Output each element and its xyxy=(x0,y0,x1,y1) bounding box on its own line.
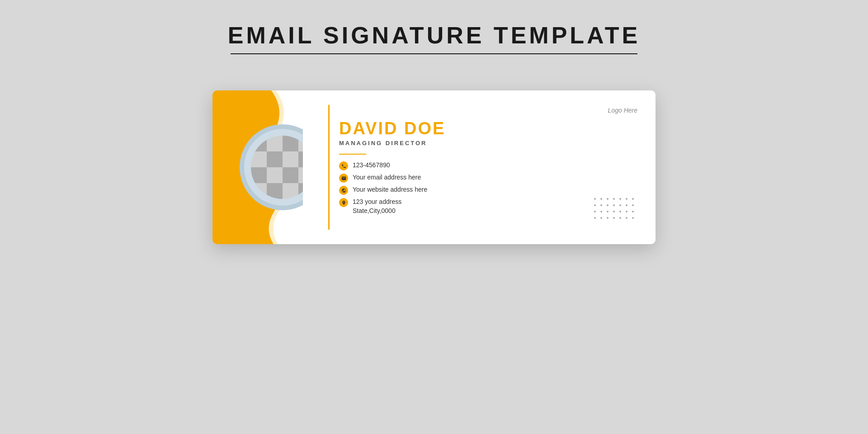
address-text: 123 your address State,City,0000 xyxy=(353,198,401,215)
avatar-outer-ring xyxy=(240,124,303,210)
card-wrapper: Logo Here DAVID DOE MANAGING DIRECTOR 12… xyxy=(212,90,656,244)
left-blob xyxy=(212,90,303,244)
avatar-inner-ring xyxy=(244,129,303,206)
contact-website: Your website address here xyxy=(339,185,639,195)
vertical-divider xyxy=(328,105,330,230)
globe-icon xyxy=(339,186,348,195)
title-area: EMAIL SIGNATURE TEMPLATE xyxy=(0,22,868,54)
phone-icon xyxy=(339,161,348,170)
email-text: Your email address here xyxy=(353,173,421,182)
logo-placeholder: Logo Here xyxy=(608,107,637,114)
name-underline xyxy=(339,154,366,155)
person-title: MANAGING DIRECTOR xyxy=(339,140,639,146)
signature-card: Logo Here DAVID DOE MANAGING DIRECTOR 12… xyxy=(212,90,656,244)
contact-email: Your email address here xyxy=(339,173,639,183)
email-icon xyxy=(339,174,348,183)
website-text: Your website address here xyxy=(353,185,427,194)
location-icon xyxy=(339,198,348,207)
avatar-area xyxy=(240,124,303,210)
person-name: DAVID DOE xyxy=(339,119,639,138)
contact-phone: 123-4567890 xyxy=(339,161,639,170)
avatar-placeholder xyxy=(251,136,303,199)
content-area: Logo Here DAVID DOE MANAGING DIRECTOR 12… xyxy=(303,90,656,244)
name-section: DAVID DOE MANAGING DIRECTOR xyxy=(339,119,639,147)
page-title: EMAIL SIGNATURE TEMPLATE xyxy=(0,22,868,49)
dots-decoration xyxy=(594,198,637,222)
title-underline xyxy=(231,53,637,54)
phone-text: 123-4567890 xyxy=(353,161,390,170)
